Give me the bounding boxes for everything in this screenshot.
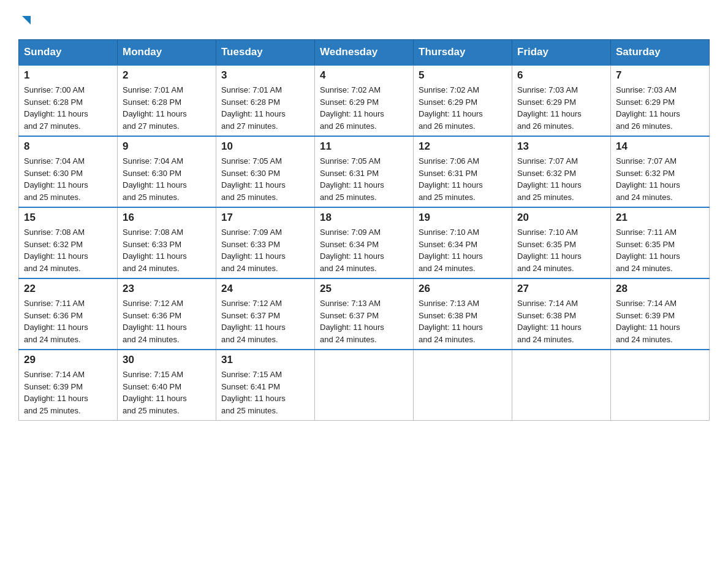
calendar-cell: 29 Sunrise: 7:14 AM Sunset: 6:39 PM Dayl… — [19, 350, 118, 421]
day-info: Sunrise: 7:13 AM Sunset: 6:38 PM Dayligh… — [419, 297, 507, 345]
day-number: 19 — [419, 212, 507, 224]
day-info: Sunrise: 7:15 AM Sunset: 6:41 PM Dayligh… — [221, 369, 309, 416]
day-info: Sunrise: 7:15 AM Sunset: 6:40 PM Dayligh… — [123, 369, 211, 416]
day-info: Sunrise: 7:03 AM Sunset: 6:29 PM Dayligh… — [517, 84, 605, 132]
day-number: 18 — [320, 212, 408, 224]
day-number: 5 — [419, 69, 507, 82]
day-number: 14 — [616, 140, 704, 153]
calendar-cell: 4 Sunrise: 7:02 AM Sunset: 6:29 PM Dayli… — [315, 65, 414, 136]
calendar-cell: 8 Sunrise: 7:04 AM Sunset: 6:30 PM Dayli… — [19, 136, 118, 207]
svg-marker-0 — [22, 16, 31, 25]
day-number: 11 — [320, 140, 408, 153]
calendar-cell: 25 Sunrise: 7:13 AM Sunset: 6:37 PM Dayl… — [315, 278, 414, 350]
week-row-1: 1 Sunrise: 7:00 AM Sunset: 6:28 PM Dayli… — [19, 65, 710, 136]
day-number: 21 — [616, 212, 704, 224]
calendar-cell: 3 Sunrise: 7:01 AM Sunset: 6:28 PM Dayli… — [216, 65, 315, 136]
calendar-cell: 19 Sunrise: 7:10 AM Sunset: 6:34 PM Dayl… — [414, 207, 512, 278]
day-info: Sunrise: 7:12 AM Sunset: 6:36 PM Dayligh… — [123, 297, 211, 345]
day-number: 28 — [616, 283, 704, 295]
day-info: Sunrise: 7:08 AM Sunset: 6:32 PM Dayligh… — [24, 226, 112, 274]
day-info: Sunrise: 7:04 AM Sunset: 6:30 PM Dayligh… — [24, 155, 112, 203]
day-number: 16 — [123, 212, 211, 224]
day-number: 6 — [517, 69, 605, 82]
header-thursday: Thursday — [414, 40, 512, 66]
calendar-cell: 9 Sunrise: 7:04 AM Sunset: 6:30 PM Dayli… — [118, 136, 216, 207]
calendar-cell: 11 Sunrise: 7:05 AM Sunset: 6:31 PM Dayl… — [315, 136, 414, 207]
calendar-cell: 20 Sunrise: 7:10 AM Sunset: 6:35 PM Dayl… — [512, 207, 611, 278]
day-info: Sunrise: 7:03 AM Sunset: 6:29 PM Dayligh… — [616, 84, 704, 132]
day-number: 7 — [616, 69, 704, 82]
day-info: Sunrise: 7:00 AM Sunset: 6:28 PM Dayligh… — [24, 84, 112, 132]
calendar-cell: 28 Sunrise: 7:14 AM Sunset: 6:39 PM Dayl… — [611, 278, 710, 350]
day-number: 30 — [123, 354, 211, 366]
calendar-cell: 10 Sunrise: 7:05 AM Sunset: 6:30 PM Dayl… — [216, 136, 315, 207]
calendar-header-row: SundayMondayTuesdayWednesdayThursdayFrid… — [19, 40, 710, 66]
day-info: Sunrise: 7:07 AM Sunset: 6:32 PM Dayligh… — [616, 155, 704, 203]
calendar-cell: 6 Sunrise: 7:03 AM Sunset: 6:29 PM Dayli… — [512, 65, 611, 136]
day-info: Sunrise: 7:12 AM Sunset: 6:37 PM Dayligh… — [221, 297, 309, 345]
calendar-cell: 18 Sunrise: 7:09 AM Sunset: 6:34 PM Dayl… — [315, 207, 414, 278]
day-info: Sunrise: 7:10 AM Sunset: 6:34 PM Dayligh… — [419, 226, 507, 274]
day-number: 31 — [221, 354, 309, 366]
calendar-cell: 24 Sunrise: 7:12 AM Sunset: 6:37 PM Dayl… — [216, 278, 315, 350]
day-number: 26 — [419, 283, 507, 295]
calendar-cell: 21 Sunrise: 7:11 AM Sunset: 6:35 PM Dayl… — [611, 207, 710, 278]
day-number: 8 — [24, 140, 112, 153]
day-number: 10 — [221, 140, 309, 153]
day-info: Sunrise: 7:09 AM Sunset: 6:34 PM Dayligh… — [320, 226, 408, 274]
header-monday: Monday — [118, 40, 216, 66]
header-sunday: Sunday — [19, 40, 118, 66]
day-info: Sunrise: 7:14 AM Sunset: 6:39 PM Dayligh… — [24, 369, 112, 416]
day-info: Sunrise: 7:09 AM Sunset: 6:33 PM Dayligh… — [221, 226, 309, 274]
logo — [18, 12, 33, 28]
day-number: 17 — [221, 212, 309, 224]
header-wednesday: Wednesday — [315, 40, 414, 66]
header-friday: Friday — [512, 40, 611, 66]
header-saturday: Saturday — [611, 40, 710, 66]
calendar-table: SundayMondayTuesdayWednesdayThursdayFrid… — [18, 39, 710, 421]
day-number: 2 — [123, 69, 211, 82]
day-number: 23 — [123, 283, 211, 295]
calendar-cell: 12 Sunrise: 7:06 AM Sunset: 6:31 PM Dayl… — [414, 136, 512, 207]
calendar-cell: 16 Sunrise: 7:08 AM Sunset: 6:33 PM Dayl… — [118, 207, 216, 278]
calendar-cell: 27 Sunrise: 7:14 AM Sunset: 6:38 PM Dayl… — [512, 278, 611, 350]
calendar-cell: 30 Sunrise: 7:15 AM Sunset: 6:40 PM Dayl… — [118, 350, 216, 421]
day-info: Sunrise: 7:11 AM Sunset: 6:36 PM Dayligh… — [24, 297, 112, 345]
day-info: Sunrise: 7:01 AM Sunset: 6:28 PM Dayligh… — [123, 84, 211, 132]
calendar-cell — [611, 350, 710, 421]
day-info: Sunrise: 7:11 AM Sunset: 6:35 PM Dayligh… — [616, 226, 704, 274]
calendar-cell: 7 Sunrise: 7:03 AM Sunset: 6:29 PM Dayli… — [611, 65, 710, 136]
week-row-4: 22 Sunrise: 7:11 AM Sunset: 6:36 PM Dayl… — [19, 278, 710, 350]
day-number: 25 — [320, 283, 408, 295]
day-number: 24 — [221, 283, 309, 295]
day-number: 20 — [517, 212, 605, 224]
header-tuesday: Tuesday — [216, 40, 315, 66]
day-info: Sunrise: 7:06 AM Sunset: 6:31 PM Dayligh… — [419, 155, 507, 203]
day-number: 22 — [24, 283, 112, 295]
day-number: 1 — [24, 69, 112, 82]
calendar-cell: 5 Sunrise: 7:02 AM Sunset: 6:29 PM Dayli… — [414, 65, 512, 136]
day-info: Sunrise: 7:14 AM Sunset: 6:38 PM Dayligh… — [517, 297, 605, 345]
calendar-cell — [315, 350, 414, 421]
day-info: Sunrise: 7:02 AM Sunset: 6:29 PM Dayligh… — [419, 84, 507, 132]
week-row-5: 29 Sunrise: 7:14 AM Sunset: 6:39 PM Dayl… — [19, 350, 710, 421]
day-info: Sunrise: 7:02 AM Sunset: 6:29 PM Dayligh… — [320, 84, 408, 132]
day-number: 15 — [24, 212, 112, 224]
calendar-cell: 17 Sunrise: 7:09 AM Sunset: 6:33 PM Dayl… — [216, 207, 315, 278]
day-number: 4 — [320, 69, 408, 82]
day-number: 3 — [221, 69, 309, 82]
calendar-cell — [414, 350, 512, 421]
day-info: Sunrise: 7:05 AM Sunset: 6:31 PM Dayligh… — [320, 155, 408, 203]
week-row-2: 8 Sunrise: 7:04 AM Sunset: 6:30 PM Dayli… — [19, 136, 710, 207]
day-number: 12 — [419, 140, 507, 153]
day-number: 29 — [24, 354, 112, 366]
calendar-cell — [512, 350, 611, 421]
day-info: Sunrise: 7:04 AM Sunset: 6:30 PM Dayligh… — [123, 155, 211, 203]
day-info: Sunrise: 7:10 AM Sunset: 6:35 PM Dayligh… — [517, 226, 605, 274]
day-info: Sunrise: 7:14 AM Sunset: 6:39 PM Dayligh… — [616, 297, 704, 345]
calendar-cell: 31 Sunrise: 7:15 AM Sunset: 6:41 PM Dayl… — [216, 350, 315, 421]
day-info: Sunrise: 7:01 AM Sunset: 6:28 PM Dayligh… — [221, 84, 309, 132]
calendar-cell: 14 Sunrise: 7:07 AM Sunset: 6:32 PM Dayl… — [611, 136, 710, 207]
day-number: 13 — [517, 140, 605, 153]
day-info: Sunrise: 7:07 AM Sunset: 6:32 PM Dayligh… — [517, 155, 605, 203]
